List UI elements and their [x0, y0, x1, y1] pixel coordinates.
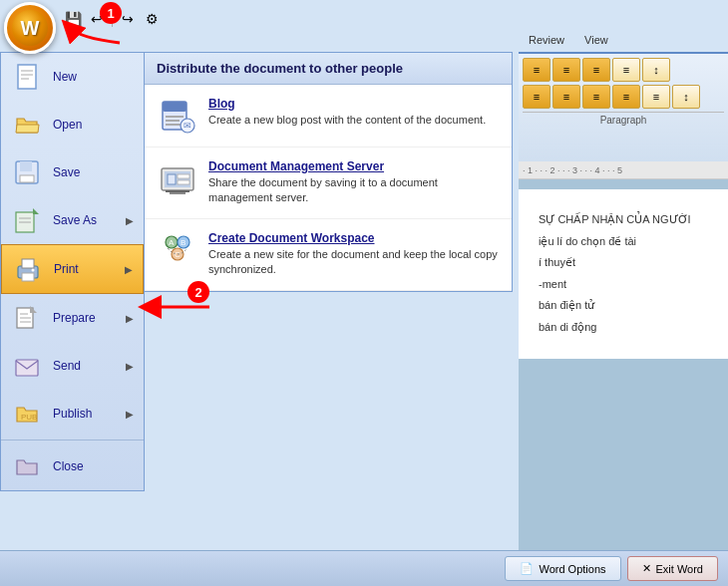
menu-item-print[interactable]: Print ▶ [1, 244, 144, 294]
saveas-icon [11, 204, 43, 236]
annotation-badge-1: 1 [100, 2, 122, 24]
tab-review[interactable]: Review [519, 30, 574, 50]
dms-icon [159, 159, 196, 197]
ribbon-row-1: ≡ ≡ ≡ ≡ ↕ [523, 58, 724, 82]
align-right-btn[interactable]: ≡ [582, 58, 610, 82]
saveas-arrow: ▶ [126, 215, 134, 226]
workspace-icon: A B C [159, 231, 196, 269]
submenu-header: Distribute the document to other people [145, 53, 512, 85]
align-left-btn[interactable]: ≡ [523, 58, 550, 82]
word-options-icon: 📄 [520, 562, 534, 575]
save-quick-btn[interactable]: 💾 [62, 8, 84, 30]
blog-text: Blog Create a new blog post with the con… [208, 97, 498, 128]
office-logo: W [21, 17, 40, 40]
word-options-label: Word Options [539, 563, 605, 575]
doc-line-1: SỰ CHẤP NHẬN CỦA NGƯỜI [539, 209, 708, 231]
svg-rect-12 [22, 273, 34, 281]
para-btn-4[interactable]: ≡ [612, 85, 640, 109]
open-icon [11, 109, 43, 141]
exit-word-icon: ✕ [642, 562, 651, 575]
menu-item-new[interactable]: New [1, 53, 144, 101]
blog-title: Blog [208, 97, 498, 111]
publish-arrow: ▶ [126, 409, 134, 420]
submenu-dms[interactable]: Document Management Server Share the doc… [145, 147, 512, 219]
submenu-workspace[interactable]: A B C Create Document Workspace Create a… [145, 219, 512, 291]
svg-rect-0 [18, 65, 36, 89]
save-icon [11, 156, 43, 188]
print-label: Print [54, 262, 115, 276]
svg-text:✉: ✉ [183, 121, 191, 131]
doc-line-3: í thuyết [539, 252, 708, 274]
doc-line-6: bán di động [539, 317, 708, 339]
svg-rect-6 [20, 175, 34, 182]
dms-desc: Share the document by saving it to a doc… [208, 175, 498, 206]
doc-line-4: -ment [539, 274, 708, 296]
close-menu-icon [11, 450, 43, 482]
office-menu: New Open Save Sav [0, 52, 145, 491]
new-label: New [53, 70, 134, 84]
customize-btn[interactable]: ⚙ [141, 8, 163, 30]
print-icon [12, 253, 44, 285]
ribbon-row-2: ≡ ≡ ≡ ≡ ≡ ↕ [523, 85, 724, 109]
workspace-title: Create Document Workspace [208, 231, 498, 245]
office-button[interactable]: W [4, 2, 56, 54]
new-icon [11, 61, 43, 93]
menu-item-publish[interactable]: PUB Publish ▶ [1, 390, 144, 438]
prepare-icon [11, 302, 43, 334]
bottom-bar: 📄 Word Options ✕ Exit Word [0, 550, 728, 586]
para-btn-6[interactable]: ↕ [672, 85, 700, 109]
word-options-button[interactable]: 📄 Word Options [505, 556, 620, 581]
svg-rect-33 [166, 190, 189, 192]
para-btn-5[interactable]: ≡ [642, 85, 670, 109]
paragraph-label: Paragraph [523, 112, 724, 126]
exit-word-label: Exit Word [656, 563, 703, 575]
prepare-arrow: ▶ [126, 313, 134, 324]
menu-item-prepare[interactable]: Prepare ▶ [1, 294, 144, 342]
document-area[interactable]: SỰ CHẤP NHẬN CỦA NGƯỜI iệu lí do chọn đề… [519, 179, 728, 586]
print-arrow: ▶ [125, 264, 133, 275]
align-center-btn[interactable]: ≡ [552, 58, 580, 82]
menu-item-saveas[interactable]: Save As ▶ [1, 196, 144, 244]
exit-word-button[interactable]: ✕ Exit Word [627, 556, 718, 581]
doc-line-2: iệu lí do chọn đề tài [539, 231, 708, 253]
submenu-panel: Distribute the document to other people … [144, 52, 513, 292]
para-btn-3[interactable]: ≡ [582, 85, 610, 109]
indent-btn[interactable]: ↕ [642, 58, 670, 82]
saveas-label: Save As [53, 213, 116, 227]
open-label: Open [53, 118, 134, 132]
menu-item-open[interactable]: Open [1, 101, 144, 148]
para-btn-2[interactable]: ≡ [552, 85, 580, 109]
svg-rect-23 [166, 120, 180, 122]
menu-item-close[interactable]: Close [1, 442, 144, 490]
save-label: Save [53, 165, 134, 179]
svg-text:PUB: PUB [21, 413, 37, 422]
workspace-desc: Create a new site for the document and k… [208, 247, 498, 278]
tab-view[interactable]: View [574, 30, 618, 50]
align-justify-btn[interactable]: ≡ [612, 58, 640, 82]
publish-icon: PUB [11, 398, 43, 430]
menu-item-send[interactable]: Send ▶ [1, 342, 144, 390]
document-page: SỰ CHẤP NHẬN CỦA NGƯỜI iệu lí do chọn đề… [519, 189, 728, 359]
submenu-blog[interactable]: ✉ Blog Create a new blog post with the c… [145, 85, 512, 147]
ribbon: ≡ ≡ ≡ ≡ ↕ ≡ ≡ ≡ ≡ ≡ ↕ Paragraph [519, 52, 728, 161]
svg-rect-18 [16, 360, 38, 376]
para-btn-1[interactable]: ≡ [523, 85, 550, 109]
menu-divider [1, 440, 144, 440]
svg-rect-21 [163, 102, 186, 112]
prepare-label: Prepare [53, 311, 116, 325]
svg-rect-30 [178, 174, 189, 178]
close-label: Close [53, 459, 134, 473]
svg-rect-22 [166, 116, 183, 118]
send-arrow: ▶ [126, 361, 134, 372]
dms-text: Document Management Server Share the doc… [208, 159, 498, 206]
annotation-badge-2: 2 [187, 281, 209, 303]
svg-point-13 [32, 269, 35, 272]
svg-text:A: A [169, 238, 175, 247]
svg-rect-11 [22, 259, 34, 268]
menu-item-save[interactable]: Save [1, 148, 144, 196]
svg-text:B: B [181, 238, 185, 247]
blog-icon: ✉ [159, 97, 196, 135]
ribbon-tabs: Review View [519, 30, 728, 50]
svg-rect-31 [178, 180, 189, 184]
svg-rect-5 [20, 161, 32, 171]
